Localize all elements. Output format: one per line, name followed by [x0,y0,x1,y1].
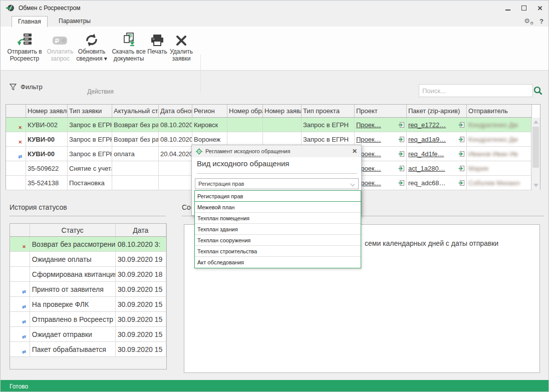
export-icon[interactable] [458,122,465,128]
table-cell: Возврат без рассмотрения [112,118,159,132]
delete-button[interactable]: Удалить заявки [168,29,195,68]
column-header[interactable]: Отправитель [467,105,532,117]
request-list-icon: ⇄ [17,301,23,307]
export-icon[interactable] [458,180,465,186]
minimize-button[interactable] [503,4,512,13]
dropdown-option[interactable]: Техплан строительства [195,246,361,257]
column-header[interactable]: Дата обновления [159,105,192,117]
chevron-down-icon [350,182,355,186]
column-header[interactable]: Номер обращения [227,105,263,117]
refresh-icon [85,29,99,47]
column-header[interactable]: Актуальный статус [112,105,159,117]
scroll-down-icon[interactable] [533,184,538,187]
export-icon[interactable] [458,151,465,157]
history-column-header[interactable]: Дата [116,224,166,236]
column-header[interactable]: Номер заявления [263,105,302,117]
packet-link[interactable]: req_e1722… [408,121,446,129]
column-header[interactable]: Тип заявки [68,105,112,117]
export-icon[interactable] [398,151,405,157]
packet-link[interactable]: req_ad1a9… [408,136,446,143]
history-row[interactable]: ⇄Отправлено в Росреестр30.09.2020 15 [10,312,166,327]
history-row[interactable]: Сформирована квитанция30.09.2020 18 [10,267,166,282]
history-row[interactable]: Ожидание оплаты30.09.2020 19 [10,252,166,267]
minimize-icon [505,10,510,11]
vertical-scrollbar[interactable] [531,118,540,190]
column-header[interactable]: Номер заявления [26,105,68,117]
request-kind-combobox[interactable]: Регистрация прав [195,178,359,189]
table-row[interactable]: ✕КУВИ-002Запрос в ЕГРНВозврат без рассмо… [6,118,532,132]
column-header[interactable]: Проект [355,105,407,117]
request-list-icon: ✕ [17,241,23,247]
request-list-icon: ⇄ [17,286,23,292]
ribbon: Отправить в РосреестрPОплатить запросОбн… [1,27,548,71]
export-icon[interactable] [458,136,465,143]
tab-glavnaya[interactable]: Главная [12,16,48,27]
column-header[interactable] [6,105,26,117]
funnel-icon [10,84,17,91]
history-column-header[interactable] [10,224,30,236]
project-link[interactable]: Проек… [356,136,381,143]
history-row[interactable]: ⇄Принято от заявителя30.09.2020 15 [10,282,166,297]
dropdown-option[interactable]: Техплан помещения [195,213,361,224]
table-cell: 08.10.2020 [159,132,192,146]
send-button[interactable]: Отправить в Росреестр [6,29,44,68]
column-header[interactable]: Пакет (zip-архив) [407,105,467,117]
column-header[interactable]: Регион [192,105,227,117]
history-status-cell: Пакет обрабатывается [30,342,116,356]
request-list-icon: ⇄ [17,316,23,322]
table-cell: Запрос в ЕГРН [302,118,355,132]
project-link[interactable]: Проек… [356,121,381,129]
filter-header[interactable]: Фильтр [10,83,43,91]
table-cell: ✕ [6,132,26,146]
export-icon[interactable] [458,165,465,172]
sender-name: Кондратенко Дм [468,121,517,129]
table-cell: Возврат без рассмотрения [112,132,159,146]
dropdown-option[interactable]: Регистрация прав [195,191,361,202]
history-row[interactable]: ⇄Пакет обрабатывается30.09.2020 15 [10,342,166,357]
export-icon[interactable] [398,136,405,143]
pay-button[interactable]: PОплатить запрос [45,29,76,68]
search-input[interactable] [419,85,532,97]
help-icon[interactable]: ? [539,18,543,25]
refresh-button[interactable]: Обновить сведения ▾ [76,29,108,68]
column-header[interactable]: Тип проекта [302,105,355,117]
export-icon[interactable] [398,165,405,172]
history-row[interactable]: ✕Возврат без рассмотрения08.10.2020 3: [10,237,166,252]
scrollbar-thumb[interactable] [532,127,539,168]
ribbon-group-separator [200,55,201,93]
dialog-close-icon[interactable]: ✕ [352,148,357,155]
packet-link[interactable]: act_1a280… [408,165,445,172]
table-cell: act_1a280… [407,161,467,175]
close-button[interactable]: ✕ [535,4,544,13]
tab-strip: ГлавнаяПараметры ⚙⚙ ? [1,16,548,27]
history-row[interactable]: ⇄На проверке ФЛК30.09.2020 15 [10,297,166,312]
history-column-header[interactable]: Статус [30,224,116,236]
history-icon-cell: ⇄ [10,327,30,341]
dropdown-option[interactable]: Техплан сооружения [195,235,361,246]
dropdown-option[interactable]: Акт обследования [195,257,361,268]
search-icon[interactable] [533,86,543,96]
table-cell: Иванов Иван Ив [467,147,532,161]
download-button[interactable]: Скачать все документы [110,29,148,68]
table-cell: Кировск [192,118,227,132]
maximize-button[interactable] [519,4,528,13]
table-cell: Соболев Михаил [467,176,532,190]
export-icon[interactable] [398,180,405,186]
delete-requests-icon [175,29,187,47]
export-icon[interactable] [398,122,405,128]
dropdown-option[interactable]: Межевой план [195,202,361,213]
table-cell: Мария [467,161,532,175]
request-list-icon: ⇄ [13,151,19,157]
packet-link[interactable]: req_4d1fe… [408,150,444,158]
table-cell: Запрос в ЕГРН [68,118,112,132]
history-row[interactable]: ⇄Ожидает отправки30.09.2020 15 [10,327,166,342]
print-button-label: Печать [147,48,167,55]
print-button[interactable]: Печать [147,29,168,68]
settings-gear-icon[interactable]: ⚙⚙ [524,17,533,26]
history-table-footer [10,357,166,369]
table-cell [159,161,192,175]
tab-parametry[interactable]: Параметры [53,16,97,27]
packet-link[interactable]: req_adc68… [408,179,445,187]
scroll-up-icon[interactable] [533,120,538,124]
dropdown-option[interactable]: Техплан здания [195,224,361,235]
